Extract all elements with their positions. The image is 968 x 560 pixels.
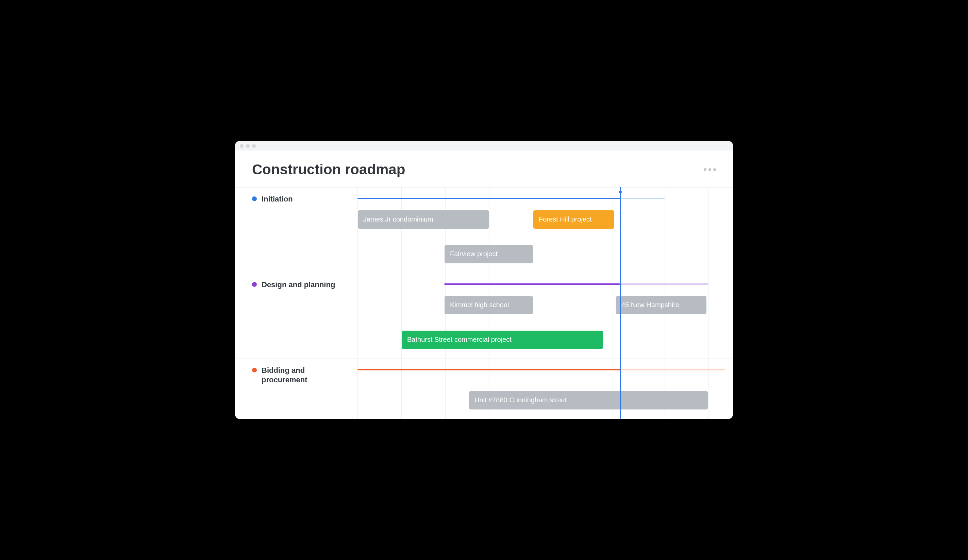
task-row: Bathurst Street commercial project: [235, 330, 733, 349]
task-bar[interactable]: Fairview project: [444, 245, 533, 263]
tasks-container: Unit #7880 Cunningham street: [235, 391, 733, 419]
task-bar[interactable]: Bathurst Street commercial project: [402, 330, 603, 349]
ellipsis-icon: [704, 168, 706, 171]
phase: Design and planningKimmel high school45 …: [235, 273, 733, 358]
ellipsis-icon: [708, 168, 711, 171]
phase-title: Bidding and procurement: [262, 366, 350, 385]
app-window: Construction roadmap InitiationJames Jr …: [235, 141, 733, 419]
phase: InitiationJames Jr condominiumForest Hil…: [235, 187, 733, 273]
ellipsis-icon: [713, 168, 716, 171]
timeline-area: InitiationJames Jr condominiumForest Hil…: [235, 187, 733, 419]
phase-title: Design and planning: [262, 280, 335, 290]
task-bar[interactable]: Forest Hill project: [533, 210, 614, 229]
header-row: Construction roadmap: [235, 162, 733, 187]
today-marker-line[interactable]: [620, 187, 621, 419]
phase-dot-icon: [252, 197, 257, 201]
tasks-container: James Jr condominiumForest Hill projectF…: [235, 210, 733, 273]
phase-header[interactable]: Design and planning: [235, 273, 733, 290]
content-area: Construction roadmap InitiationJames Jr …: [235, 150, 733, 419]
task-row: James Jr condominiumForest Hill project: [235, 210, 733, 229]
page-title: Construction roadmap: [252, 162, 405, 178]
phase-header[interactable]: Initiation: [235, 188, 733, 204]
phase: Bidding and procurementUnit #7880 Cunnin…: [235, 358, 733, 419]
task-bar[interactable]: Kimmel high school: [444, 296, 533, 314]
task-row: Kimmel high school45 New Hampshire: [235, 296, 733, 314]
task-row: Unit #7880 Cunningham street: [235, 391, 733, 410]
window-close-icon[interactable]: [240, 144, 244, 148]
tasks-container: Kimmel high school45 New HampshireBathur…: [235, 296, 733, 358]
window-maximize-icon[interactable]: [252, 144, 256, 148]
task-bar[interactable]: Unit #7880 Cunningham street: [469, 391, 708, 410]
phase-title: Initiation: [262, 194, 293, 204]
task-row: Fairview project: [235, 245, 733, 263]
task-bar[interactable]: James Jr condominium: [358, 210, 489, 229]
phase-dot-icon: [252, 282, 257, 287]
more-menu-button[interactable]: [704, 168, 716, 171]
window-title-bar: [235, 141, 733, 150]
phase-header[interactable]: Bidding and procurement: [235, 359, 733, 385]
task-bar[interactable]: 45 New Hampshire: [616, 296, 706, 314]
window-minimize-icon[interactable]: [246, 144, 250, 148]
phase-dot-icon: [252, 368, 257, 372]
